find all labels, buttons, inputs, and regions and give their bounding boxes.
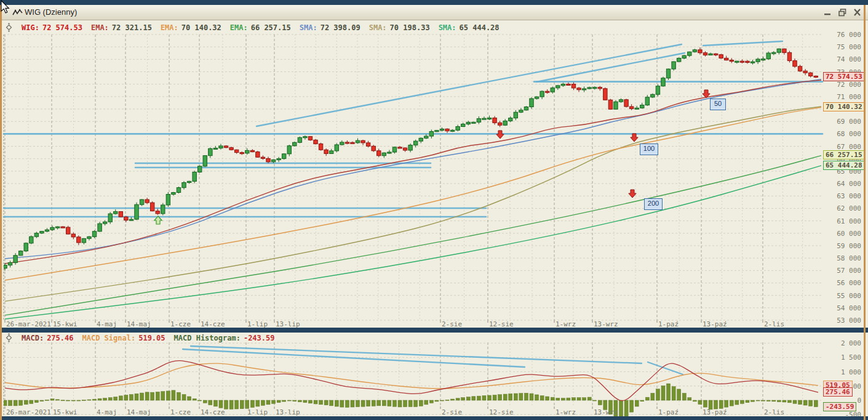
svg-text:72 000: 72 000 <box>837 81 861 89</box>
svg-text:58 000: 58 000 <box>837 254 861 262</box>
svg-text:67 000: 67 000 <box>837 143 861 151</box>
legend-item: EMA:70 140.32 <box>161 23 221 32</box>
chart-window-icon <box>12 8 23 17</box>
macd-histogram-callout: -243.59 <box>823 402 856 411</box>
sma200-callout: 65 444.28 <box>823 161 865 170</box>
window-frame-right <box>864 5 866 420</box>
svg-text:2 000: 2 000 <box>841 339 861 347</box>
ema-mid-callout: 70 140.32 <box>823 102 865 111</box>
window-frame-bottom <box>0 416 868 420</box>
svg-text:1 500: 1 500 <box>841 353 861 361</box>
svg-text:13-wrz: 13-wrz <box>594 408 618 416</box>
legend-item: SMA:72 398.09 <box>300 23 360 32</box>
window-frame-top <box>0 0 868 5</box>
minimize-button[interactable] <box>823 8 832 17</box>
svg-text:75 000: 75 000 <box>837 43 861 51</box>
legend-item: SMA:65 444.28 <box>439 23 500 32</box>
svg-text:13-lip: 13-lip <box>276 408 300 416</box>
svg-text:53 000: 53 000 <box>837 317 861 325</box>
restore-button[interactable] <box>838 8 847 17</box>
window-frame-left <box>0 5 2 420</box>
svg-text:71 000: 71 000 <box>837 93 861 101</box>
svg-text:2-sie: 2-sie <box>442 408 462 416</box>
svg-text:1-cze: 1-cze <box>170 408 191 416</box>
svg-text:61 000: 61 000 <box>837 217 861 225</box>
svg-text:57 000: 57 000 <box>837 267 861 275</box>
svg-text:1 000: 1 000 <box>841 368 861 376</box>
sma100-marker-box[interactable]: 100 <box>640 143 658 155</box>
macd-legend: MACD:275.46 MACD Signal:519.05 MACD Hist… <box>5 333 275 342</box>
svg-text:59 000: 59 000 <box>837 242 861 250</box>
svg-text:62 000: 62 000 <box>837 204 861 212</box>
svg-text:69 000: 69 000 <box>837 118 861 126</box>
svg-text:55 000: 55 000 <box>837 292 861 300</box>
window-title: WIG (Dzienny) <box>25 7 77 17</box>
svg-text:1-paź: 1-paź <box>658 408 679 416</box>
svg-text:1-wrz: 1-wrz <box>555 408 576 416</box>
legend-item: EMA:66 257.15 <box>230 23 291 32</box>
mouse-cursor <box>0 0 12 15</box>
svg-text:2-lis: 2-lis <box>764 408 784 416</box>
svg-text:14-cze: 14-cze <box>201 408 225 416</box>
svg-text:60 000: 60 000 <box>837 230 861 238</box>
svg-text:4-maj: 4-maj <box>97 408 117 416</box>
title-bar[interactable]: WIG (Dzienny) <box>0 5 868 20</box>
macd-value-callout: 275.46 <box>823 387 853 397</box>
svg-text:0: 0 <box>857 397 861 405</box>
svg-text:74 000: 74 000 <box>837 55 861 63</box>
svg-text:68 000: 68 000 <box>837 130 861 138</box>
legend-item: SMA:70 198.33 <box>369 23 430 32</box>
instrument-navigator-icon[interactable] <box>5 333 13 342</box>
application-window: 76 00075 00074 00073 00072 00071 00070 0… <box>0 0 868 420</box>
svg-text:12-sie: 12-sie <box>489 408 514 416</box>
sma50-marker-box[interactable]: 50 <box>710 99 726 110</box>
last-price-callout: 72 574.53 <box>823 72 865 81</box>
legend-item: MACD:275.46 <box>22 334 73 342</box>
svg-text:56 000: 56 000 <box>837 279 861 287</box>
panel-separator[interactable] <box>0 328 868 333</box>
svg-text:14-maj: 14-maj <box>127 408 151 416</box>
legend-item: WIG:72 574.53 <box>22 23 82 32</box>
svg-text:26-mar-2021: 26-mar-2021 <box>6 408 51 416</box>
svg-text:54 000: 54 000 <box>837 304 861 312</box>
svg-text:63 000: 63 000 <box>837 192 861 200</box>
main-chart-legend: WIG:72 574.53 EMA:72 321.15 EMA:70 140.3… <box>5 23 500 32</box>
sma200-marker-box[interactable]: 200 <box>644 198 663 210</box>
svg-text:15-kwi: 15-kwi <box>53 408 78 416</box>
svg-text:1-lip: 1-lip <box>247 408 268 416</box>
svg-text:76 000: 76 000 <box>837 31 861 39</box>
legend-item: MACD Histogram:-243.59 <box>174 334 275 342</box>
instrument-navigator-icon[interactable] <box>5 23 13 32</box>
legend-item: MACD Signal:519.05 <box>82 334 165 342</box>
ema-slow-callout: 66 257.15 <box>823 150 865 160</box>
chart-canvas[interactable]: 76 00075 00074 00073 00072 00071 00070 0… <box>0 0 868 420</box>
close-button[interactable] <box>853 8 862 17</box>
svg-text:13-paź: 13-paź <box>703 408 727 416</box>
svg-text:64 000: 64 000 <box>837 180 861 188</box>
legend-item: EMA:72 321.15 <box>91 23 152 32</box>
